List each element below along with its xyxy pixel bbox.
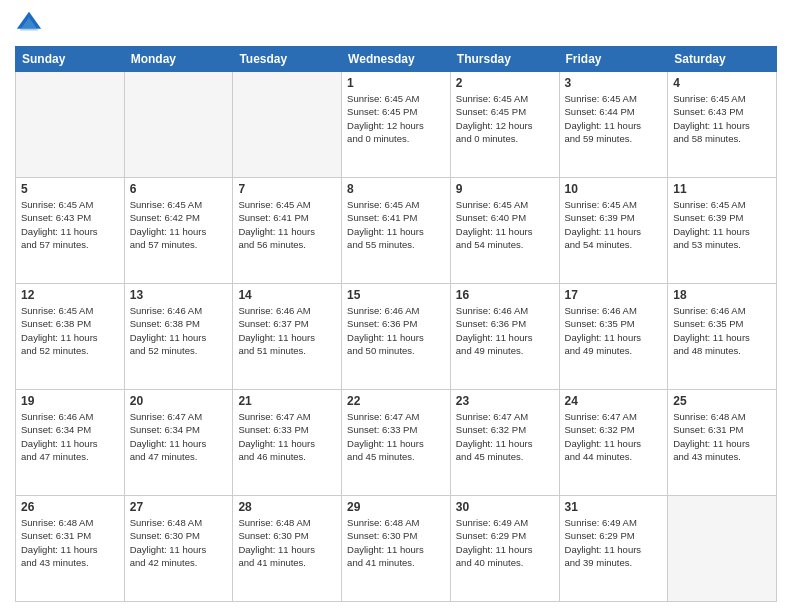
day-info: Sunrise: 6:48 AMSunset: 6:30 PMDaylight:…	[347, 516, 445, 569]
calendar-cell: 19Sunrise: 6:46 AMSunset: 6:34 PMDayligh…	[16, 390, 125, 496]
day-info: Sunrise: 6:45 AMSunset: 6:43 PMDaylight:…	[673, 92, 771, 145]
calendar-cell	[233, 72, 342, 178]
column-header-monday: Monday	[124, 47, 233, 72]
day-info: Sunrise: 6:49 AMSunset: 6:29 PMDaylight:…	[456, 516, 554, 569]
day-number: 12	[21, 288, 119, 302]
calendar-cell: 2Sunrise: 6:45 AMSunset: 6:45 PMDaylight…	[450, 72, 559, 178]
calendar-cell: 18Sunrise: 6:46 AMSunset: 6:35 PMDayligh…	[668, 284, 777, 390]
calendar-cell: 23Sunrise: 6:47 AMSunset: 6:32 PMDayligh…	[450, 390, 559, 496]
calendar-week-4: 26Sunrise: 6:48 AMSunset: 6:31 PMDayligh…	[16, 496, 777, 602]
day-info: Sunrise: 6:45 AMSunset: 6:41 PMDaylight:…	[347, 198, 445, 251]
day-info: Sunrise: 6:46 AMSunset: 6:35 PMDaylight:…	[673, 304, 771, 357]
day-number: 30	[456, 500, 554, 514]
day-info: Sunrise: 6:47 AMSunset: 6:32 PMDaylight:…	[456, 410, 554, 463]
day-info: Sunrise: 6:46 AMSunset: 6:38 PMDaylight:…	[130, 304, 228, 357]
calendar-cell: 1Sunrise: 6:45 AMSunset: 6:45 PMDaylight…	[342, 72, 451, 178]
day-info: Sunrise: 6:46 AMSunset: 6:34 PMDaylight:…	[21, 410, 119, 463]
column-header-saturday: Saturday	[668, 47, 777, 72]
column-header-wednesday: Wednesday	[342, 47, 451, 72]
day-info: Sunrise: 6:48 AMSunset: 6:31 PMDaylight:…	[21, 516, 119, 569]
page: SundayMondayTuesdayWednesdayThursdayFrid…	[0, 0, 792, 612]
day-info: Sunrise: 6:45 AMSunset: 6:39 PMDaylight:…	[673, 198, 771, 251]
calendar-week-2: 12Sunrise: 6:45 AMSunset: 6:38 PMDayligh…	[16, 284, 777, 390]
calendar-cell: 7Sunrise: 6:45 AMSunset: 6:41 PMDaylight…	[233, 178, 342, 284]
day-info: Sunrise: 6:46 AMSunset: 6:37 PMDaylight:…	[238, 304, 336, 357]
day-number: 15	[347, 288, 445, 302]
logo	[15, 10, 47, 38]
day-number: 13	[130, 288, 228, 302]
day-number: 31	[565, 500, 663, 514]
calendar-cell: 15Sunrise: 6:46 AMSunset: 6:36 PMDayligh…	[342, 284, 451, 390]
calendar-cell: 22Sunrise: 6:47 AMSunset: 6:33 PMDayligh…	[342, 390, 451, 496]
calendar-cell: 28Sunrise: 6:48 AMSunset: 6:30 PMDayligh…	[233, 496, 342, 602]
calendar-cell	[16, 72, 125, 178]
calendar-cell: 17Sunrise: 6:46 AMSunset: 6:35 PMDayligh…	[559, 284, 668, 390]
calendar-cell: 10Sunrise: 6:45 AMSunset: 6:39 PMDayligh…	[559, 178, 668, 284]
day-info: Sunrise: 6:46 AMSunset: 6:36 PMDaylight:…	[347, 304, 445, 357]
column-header-friday: Friday	[559, 47, 668, 72]
calendar-cell	[124, 72, 233, 178]
day-number: 6	[130, 182, 228, 196]
calendar-cell: 26Sunrise: 6:48 AMSunset: 6:31 PMDayligh…	[16, 496, 125, 602]
day-number: 29	[347, 500, 445, 514]
day-info: Sunrise: 6:45 AMSunset: 6:42 PMDaylight:…	[130, 198, 228, 251]
calendar-cell: 31Sunrise: 6:49 AMSunset: 6:29 PMDayligh…	[559, 496, 668, 602]
day-info: Sunrise: 6:45 AMSunset: 6:45 PMDaylight:…	[347, 92, 445, 145]
day-number: 7	[238, 182, 336, 196]
calendar-cell: 20Sunrise: 6:47 AMSunset: 6:34 PMDayligh…	[124, 390, 233, 496]
day-number: 21	[238, 394, 336, 408]
day-info: Sunrise: 6:48 AMSunset: 6:30 PMDaylight:…	[130, 516, 228, 569]
day-info: Sunrise: 6:49 AMSunset: 6:29 PMDaylight:…	[565, 516, 663, 569]
day-info: Sunrise: 6:45 AMSunset: 6:45 PMDaylight:…	[456, 92, 554, 145]
day-number: 19	[21, 394, 119, 408]
day-number: 25	[673, 394, 771, 408]
calendar-cell: 29Sunrise: 6:48 AMSunset: 6:30 PMDayligh…	[342, 496, 451, 602]
calendar-cell: 13Sunrise: 6:46 AMSunset: 6:38 PMDayligh…	[124, 284, 233, 390]
column-header-tuesday: Tuesday	[233, 47, 342, 72]
header	[15, 10, 777, 38]
day-info: Sunrise: 6:46 AMSunset: 6:36 PMDaylight:…	[456, 304, 554, 357]
day-number: 10	[565, 182, 663, 196]
day-info: Sunrise: 6:48 AMSunset: 6:30 PMDaylight:…	[238, 516, 336, 569]
day-info: Sunrise: 6:47 AMSunset: 6:34 PMDaylight:…	[130, 410, 228, 463]
day-number: 8	[347, 182, 445, 196]
day-number: 14	[238, 288, 336, 302]
day-number: 5	[21, 182, 119, 196]
calendar-week-3: 19Sunrise: 6:46 AMSunset: 6:34 PMDayligh…	[16, 390, 777, 496]
calendar-cell: 24Sunrise: 6:47 AMSunset: 6:32 PMDayligh…	[559, 390, 668, 496]
day-number: 9	[456, 182, 554, 196]
day-number: 22	[347, 394, 445, 408]
calendar-cell	[668, 496, 777, 602]
column-header-thursday: Thursday	[450, 47, 559, 72]
day-number: 28	[238, 500, 336, 514]
day-info: Sunrise: 6:45 AMSunset: 6:38 PMDaylight:…	[21, 304, 119, 357]
calendar-week-1: 5Sunrise: 6:45 AMSunset: 6:43 PMDaylight…	[16, 178, 777, 284]
day-info: Sunrise: 6:48 AMSunset: 6:31 PMDaylight:…	[673, 410, 771, 463]
day-number: 2	[456, 76, 554, 90]
day-number: 27	[130, 500, 228, 514]
day-info: Sunrise: 6:47 AMSunset: 6:32 PMDaylight:…	[565, 410, 663, 463]
day-number: 16	[456, 288, 554, 302]
day-number: 23	[456, 394, 554, 408]
day-number: 24	[565, 394, 663, 408]
day-info: Sunrise: 6:45 AMSunset: 6:44 PMDaylight:…	[565, 92, 663, 145]
calendar-cell: 16Sunrise: 6:46 AMSunset: 6:36 PMDayligh…	[450, 284, 559, 390]
calendar-cell: 3Sunrise: 6:45 AMSunset: 6:44 PMDaylight…	[559, 72, 668, 178]
day-info: Sunrise: 6:47 AMSunset: 6:33 PMDaylight:…	[238, 410, 336, 463]
calendar-cell: 30Sunrise: 6:49 AMSunset: 6:29 PMDayligh…	[450, 496, 559, 602]
calendar-cell: 14Sunrise: 6:46 AMSunset: 6:37 PMDayligh…	[233, 284, 342, 390]
day-info: Sunrise: 6:45 AMSunset: 6:39 PMDaylight:…	[565, 198, 663, 251]
day-number: 26	[21, 500, 119, 514]
logo-icon	[15, 10, 43, 38]
day-number: 18	[673, 288, 771, 302]
calendar-cell: 27Sunrise: 6:48 AMSunset: 6:30 PMDayligh…	[124, 496, 233, 602]
day-number: 4	[673, 76, 771, 90]
calendar-cell: 11Sunrise: 6:45 AMSunset: 6:39 PMDayligh…	[668, 178, 777, 284]
day-info: Sunrise: 6:46 AMSunset: 6:35 PMDaylight:…	[565, 304, 663, 357]
day-info: Sunrise: 6:45 AMSunset: 6:40 PMDaylight:…	[456, 198, 554, 251]
calendar-cell: 9Sunrise: 6:45 AMSunset: 6:40 PMDaylight…	[450, 178, 559, 284]
calendar-table: SundayMondayTuesdayWednesdayThursdayFrid…	[15, 46, 777, 602]
column-header-sunday: Sunday	[16, 47, 125, 72]
calendar-header-row: SundayMondayTuesdayWednesdayThursdayFrid…	[16, 47, 777, 72]
day-number: 11	[673, 182, 771, 196]
